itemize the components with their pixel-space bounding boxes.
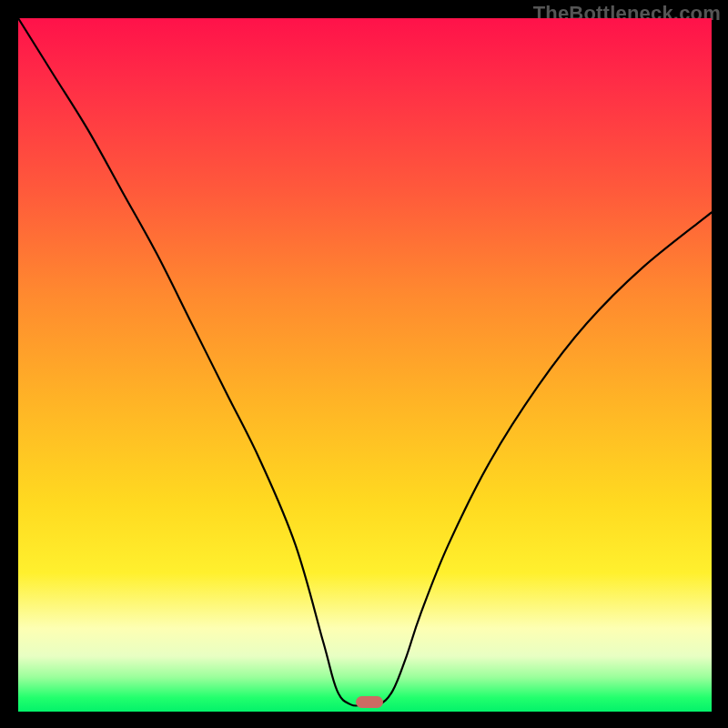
chart-plot-area xyxy=(18,18,712,712)
optimal-point-marker xyxy=(356,696,383,708)
chart-background-gradient xyxy=(18,18,712,712)
chart-frame xyxy=(18,18,712,712)
